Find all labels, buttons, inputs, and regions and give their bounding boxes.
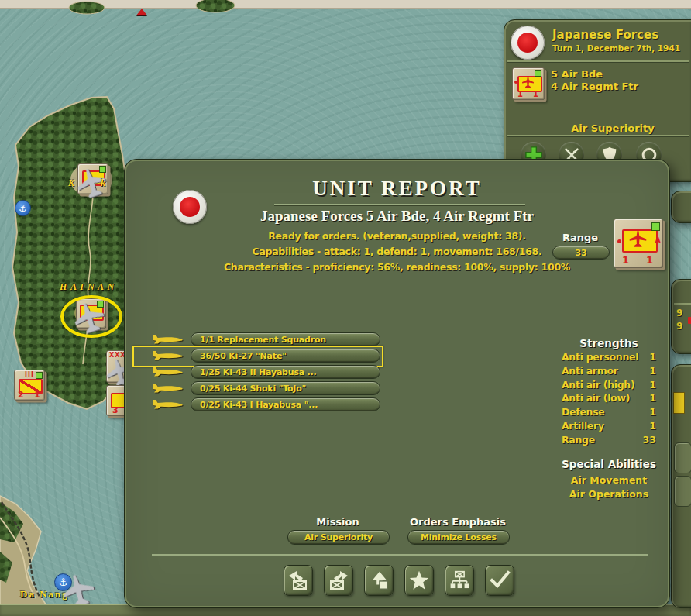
map-aa-unit-counter[interactable]: III 2 1: [14, 370, 45, 401]
star-button[interactable]: [404, 565, 434, 596]
confirm-button[interactable]: [485, 565, 514, 596]
selected-unit-line1: 5 Air Bde: [551, 68, 603, 80]
region-label-hainan: H A I N A N: [60, 281, 115, 293]
parent-unit-icon: [368, 570, 390, 591]
aircraft-icon: [628, 230, 648, 248]
current-mission-label: Air Superiority: [551, 122, 675, 134]
japanese-flag-roundel: [511, 26, 545, 60]
plane-side-icon: [150, 382, 184, 394]
next-unit-icon: [328, 570, 349, 591]
dialog-title: UNIT REPORT: [125, 177, 669, 201]
city-label-fragment: K: [68, 177, 74, 189]
plane-side-icon: [150, 349, 184, 361]
plane-side-icon: [150, 366, 184, 377]
occluded-value: 9: [676, 308, 682, 318]
org-chart-button[interactable]: [445, 565, 474, 596]
unit-counter-large: A 1 1: [614, 219, 663, 268]
strength-row: Anti armor1: [562, 365, 656, 379]
squadron-button[interactable]: 36/50 Ki-27 "Nate": [191, 349, 380, 363]
squadron-button[interactable]: 1/1 Replacement Squadron: [191, 332, 380, 346]
strength-row: Artillery1: [562, 420, 656, 434]
occluded-panel-sliver: [671, 191, 691, 223]
unit-report-dialog: UNIT REPORT Japanese Forces 5 Air Bde, 4…: [124, 159, 670, 608]
special-ability: Air Movement: [535, 474, 682, 486]
strength-row: Defense1: [562, 406, 656, 420]
parent-unit-button[interactable]: [364, 565, 394, 596]
special-abilities-title: Special Abilities: [535, 458, 682, 470]
faction-sidebar: Japanese Forces Turn 1, December 7th, 19…: [504, 19, 691, 182]
city-label-fragment: k: [101, 177, 105, 189]
squadron-button[interactable]: 0/25 Ki-43 I Hayabusa "...: [191, 397, 380, 411]
plane-side-icon: [150, 398, 184, 410]
squadron-button[interactable]: 1/25 Ki-43 II Hayabusa ...: [191, 365, 380, 379]
sidebar-unit-counter[interactable]: 1 1: [512, 67, 545, 100]
next-unit-button[interactable]: [324, 565, 353, 596]
plane-side-icon: [150, 333, 184, 345]
squadron-button[interactable]: 0/25 Ki-44 Shoki "ToJo": [191, 381, 380, 395]
occluded-value: 9: [676, 321, 682, 332]
mission-button[interactable]: Air Superiority: [287, 530, 390, 545]
previous-unit-button[interactable]: [284, 565, 313, 596]
strength-row: Range33: [562, 434, 656, 448]
orders-emphasis-button[interactable]: Minimize Losses: [407, 530, 510, 545]
selected-unit-line2: 4 Air Regmt Ftr: [551, 81, 638, 92]
counter-side-letter: A: [655, 237, 661, 245]
game-screen: ⚓ K k H A I N A N III 2 1 XXX 3 Da Nang …: [0, 0, 691, 616]
status-line-3: Characteristics - proficiency: 56%, read…: [125, 261, 669, 273]
strengths-title: Strengths: [563, 337, 655, 349]
previous-unit-icon: [287, 570, 309, 591]
range-label: Range: [552, 232, 608, 243]
star-icon: [408, 570, 430, 591]
strength-row: Anti air (low)1: [562, 392, 656, 406]
port-anchor-icon[interactable]: ⚓: [15, 200, 31, 216]
confirm-icon: [489, 570, 511, 591]
map-marker-triangle: [136, 9, 147, 15]
mission-label: Mission: [287, 516, 388, 528]
turn-indicator: Turn 1, December 7th, 1941: [552, 43, 680, 53]
selection-ring: [60, 295, 122, 338]
occluded-panel-sliver: 9 9: [671, 279, 691, 354]
range-value-pill[interactable]: 33: [552, 246, 610, 260]
strength-row: Anti air (high)1: [562, 379, 656, 393]
orders-emphasis-label: Orders Emphasis: [407, 516, 508, 528]
special-ability: Air Operations: [535, 488, 682, 500]
occluded-panel-sliver: [671, 364, 691, 608]
faction-name: Japanese Forces: [552, 28, 658, 42]
range-value: 33: [576, 248, 587, 258]
strength-row: Anti personnel1: [562, 351, 656, 365]
strengths-table: Anti personnel1 Anti armor1 Anti air (hi…: [562, 351, 656, 448]
aircraft-icon: [521, 76, 535, 88]
dialog-subtitle: Japanese Forces 5 Air Bde, 4 Air Regmt F…: [125, 208, 669, 225]
org-chart-icon: [449, 570, 470, 591]
